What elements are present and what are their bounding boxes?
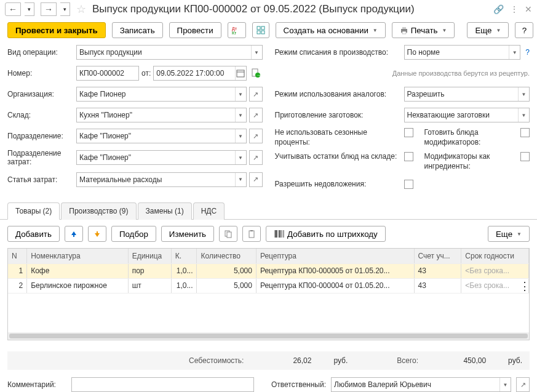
org-value: Кафе Пионер: [79, 90, 235, 98]
cell-recipe: Рецептура КП00-000004 от 01.05.20...: [256, 278, 414, 293]
favorite-star-icon[interactable]: ☆: [76, 2, 86, 16]
open-icon[interactable]: ↗: [249, 129, 263, 143]
total-value: 450,00: [437, 356, 486, 365]
close-icon[interactable]: ✕: [525, 4, 532, 14]
modsing-checkbox[interactable]: [520, 152, 530, 161]
costdept-value: Кафе "Пионер": [79, 153, 235, 162]
edit-button[interactable]: Изменить: [161, 226, 214, 242]
open-icon[interactable]: ↗: [516, 377, 530, 392]
table-row[interactable]: 1Кофепор1,0...5,000Рецептура КП00-000005…: [8, 263, 529, 278]
help-link[interactable]: ?: [525, 48, 530, 57]
cell-k: 1,0...: [171, 263, 197, 278]
open-icon[interactable]: ↗: [249, 172, 263, 187]
writeoff-mode-combo[interactable]: По норме▼: [404, 45, 521, 60]
tab-production[interactable]: Производство (9): [61, 202, 136, 220]
paste-button[interactable]: [242, 226, 261, 242]
col-nom[interactable]: Номенклатура: [27, 249, 128, 263]
chevron-down-icon[interactable]: ▼: [235, 173, 246, 186]
article-combo[interactable]: Материальные расходы▼: [76, 172, 247, 187]
copy-button[interactable]: [219, 226, 237, 242]
goods-table[interactable]: N Номенклатура Единица К. Количество Рец…: [8, 249, 529, 294]
kebab-menu-icon[interactable]: ⋮: [510, 4, 519, 14]
print-button[interactable]: Печать▼: [392, 22, 455, 38]
write-button[interactable]: Записать: [112, 22, 163, 38]
nav-back-dropdown[interactable]: ▾: [25, 2, 34, 16]
tab-subs[interactable]: Замены (1): [138, 202, 192, 220]
org-combo[interactable]: Кафе Пионер▼: [76, 87, 247, 102]
chevron-down-icon[interactable]: ▼: [235, 129, 246, 143]
col-exp[interactable]: Срок годности: [461, 249, 529, 263]
svg-rect-5: [261, 31, 265, 34]
col-acc[interactable]: Счет уч...: [414, 249, 461, 263]
chevron-down-icon[interactable]: ▼: [251, 46, 262, 59]
col-recipe[interactable]: Рецептура: [256, 249, 414, 263]
open-icon[interactable]: ↗: [249, 87, 263, 102]
allowshort-checkbox[interactable]: [404, 180, 413, 189]
costdept-combo[interactable]: Кафе "Пионер"▼: [76, 150, 247, 165]
writeoff-mode-value: По норме: [407, 48, 509, 57]
chevron-down-icon[interactable]: ▼: [499, 378, 511, 391]
analogs-combo[interactable]: Разрешить▼: [404, 87, 530, 102]
open-icon[interactable]: ↗: [249, 150, 263, 165]
cell-qty: 5,000: [197, 278, 256, 293]
responsible-value: Любимов Валерий Юрьевич: [334, 380, 499, 389]
cell-unit: пор: [128, 263, 171, 278]
col-n[interactable]: N: [8, 249, 27, 263]
col-k[interactable]: К.: [171, 249, 197, 263]
post-button[interactable]: Провести: [169, 22, 221, 38]
move-up-button[interactable]: [65, 226, 83, 242]
chevron-down-icon[interactable]: ▼: [235, 87, 246, 101]
cell-acc: 43: [414, 263, 461, 278]
horizontal-scrollbar[interactable]: [8, 332, 529, 340]
nav-forward-dropdown[interactable]: ▾: [60, 2, 70, 16]
col-unit[interactable]: Единица: [128, 249, 171, 263]
move-down-button[interactable]: [88, 226, 106, 242]
chevron-down-icon[interactable]: ▼: [518, 87, 529, 101]
preps-combo[interactable]: Нехватающие заготовки▼: [404, 108, 530, 122]
open-icon[interactable]: ↗: [249, 108, 263, 122]
tab-goods[interactable]: Товары (2): [7, 202, 60, 220]
wh-combo[interactable]: Кухня "Пионер"▼: [76, 108, 247, 122]
add-row-button[interactable]: Добавить: [7, 226, 60, 242]
more-button[interactable]: Еще▼: [467, 22, 509, 38]
responsible-combo[interactable]: Любимов Валерий Юрьевич ▼: [331, 377, 511, 392]
new-doc-icon[interactable]: →: [249, 66, 263, 81]
date-input[interactable]: 09.05.2022 17:00:00: [153, 66, 246, 81]
nav-forward-button[interactable]: →: [41, 2, 57, 16]
create-based-button[interactable]: Создать на основании▼: [276, 22, 386, 38]
related-button[interactable]: [252, 22, 269, 38]
cell-nom: Кофе: [27, 263, 128, 278]
calendar-icon[interactable]: [235, 66, 246, 80]
op-type-combo[interactable]: Выпуск продукции ▼: [76, 45, 263, 60]
number-input[interactable]: КП00-000002: [76, 66, 139, 81]
side-kebab-icon[interactable]: ⋮: [519, 279, 530, 293]
add-by-barcode-button[interactable]: Добавить по штрихкоду: [266, 226, 386, 242]
tab-vat[interactable]: НДС: [193, 202, 225, 220]
table-row[interactable]: 2Берлинское пирожноешт1,0...5,000Рецепту…: [8, 278, 529, 293]
pick-button[interactable]: Подбор: [111, 226, 156, 242]
comment-input[interactable]: [71, 377, 254, 392]
chevron-down-icon: ▼: [442, 28, 447, 33]
more-label: Еще: [475, 26, 491, 35]
dept-combo[interactable]: Кафе "Пионер"▼: [76, 129, 247, 143]
chevron-down-icon[interactable]: ▼: [235, 151, 246, 164]
page-title: Выпуск продукции КП00-000002 от 09.05.20…: [92, 3, 490, 15]
dept-label: Подразделение:: [7, 132, 76, 140]
cookmods-checkbox[interactable]: [520, 128, 530, 137]
org-label: Организация:: [7, 90, 76, 98]
dtkt-button[interactable]: ДтКт: [228, 22, 246, 38]
chevron-down-icon[interactable]: ▼: [235, 108, 246, 122]
svg-text:→: →: [256, 73, 261, 78]
chevron-down-icon: ▼: [517, 231, 522, 237]
nav-back-button[interactable]: ←: [5, 2, 21, 16]
post-and-close-button[interactable]: Провести и закрыть: [7, 22, 106, 38]
tab-more-button[interactable]: Еще▼: [488, 226, 530, 242]
chevron-down-icon[interactable]: ▼: [509, 46, 520, 59]
seasonal-checkbox[interactable]: [404, 128, 413, 137]
stock-checkbox[interactable]: [404, 152, 413, 161]
col-qty[interactable]: Количество: [197, 249, 256, 263]
chevron-down-icon[interactable]: ▼: [518, 108, 529, 122]
link-icon[interactable]: 🔗: [493, 4, 504, 14]
modsing-label: Модификаторы как ингредиенты:: [424, 152, 521, 171]
help-button[interactable]: ?: [515, 22, 533, 38]
